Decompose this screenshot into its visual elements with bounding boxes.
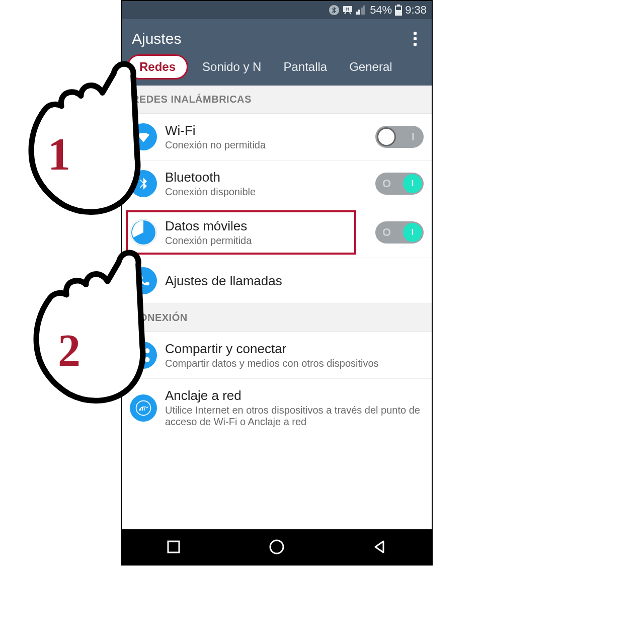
svg-rect-4 xyxy=(358,10,360,15)
clock: 9:38 xyxy=(405,4,427,17)
svg-rect-3 xyxy=(356,12,358,15)
row-calls[interactable]: Ajustes de llamadas xyxy=(122,258,432,304)
data-title: Datos móviles xyxy=(165,218,367,234)
signal-icon xyxy=(356,6,367,15)
svg-text:H: H xyxy=(346,7,350,12)
tab-redes[interactable]: Redes xyxy=(127,54,188,79)
battery-icon xyxy=(395,5,402,16)
phone-frame: H 54% 9:38 Ajustes Redes Sonido y N Pant… xyxy=(121,0,433,566)
row-wifi[interactable]: Wi-Fi Conexión no permitida I xyxy=(122,114,432,160)
svg-rect-6 xyxy=(363,6,365,15)
tether-title: Anclaje a red xyxy=(165,388,424,404)
battery-percent: 54% xyxy=(370,4,392,17)
phone-icon xyxy=(130,267,157,294)
share-icon xyxy=(130,342,157,369)
svg-point-16 xyxy=(270,540,283,553)
wifi-icon xyxy=(130,123,157,150)
tether-icon xyxy=(130,394,157,422)
page-title: Ajustes xyxy=(132,30,181,47)
tab-pantalla[interactable]: Pantalla xyxy=(275,55,335,79)
bluetooth-status-icon xyxy=(329,5,340,16)
bluetooth-toggle[interactable]: OI xyxy=(375,173,424,195)
svg-rect-9 xyxy=(395,10,401,15)
wifi-title: Wi-Fi xyxy=(165,123,367,138)
settings-content: REDES INALÁMBRICAS Wi-Fi Conexión no per… xyxy=(122,86,432,529)
status-bar: H 54% 9:38 xyxy=(122,1,432,19)
row-mobile-data[interactable]: Datos móviles Conexión permitida OI xyxy=(122,207,432,258)
step-number-1: 1 xyxy=(48,128,70,180)
bluetooth-icon xyxy=(130,170,157,197)
wifi-sub: Conexión no permitida xyxy=(165,139,367,151)
app-header: Ajustes xyxy=(122,19,432,52)
share-sub: Compartir datos y medios con otros dispo… xyxy=(165,358,424,369)
share-title: Compartir y conectar xyxy=(165,341,424,357)
svg-rect-5 xyxy=(361,8,363,15)
svg-rect-15 xyxy=(168,541,179,552)
overflow-menu-icon[interactable] xyxy=(409,32,422,46)
tab-sonido[interactable]: Sonido y N xyxy=(194,55,269,79)
row-share[interactable]: Compartir y conectar Compartir datos y m… xyxy=(122,332,432,379)
data-sub: Conexión permitida xyxy=(165,235,367,247)
bluetooth-title: Bluetooth xyxy=(165,170,367,185)
step-number-2: 2 xyxy=(58,325,80,376)
pointer-hand-1: 1 xyxy=(5,58,138,224)
section-wireless: REDES INALÁMBRICAS xyxy=(122,86,432,114)
data-toggle[interactable]: OI xyxy=(375,221,424,244)
android-navbar xyxy=(122,529,432,565)
tab-bar: Redes Sonido y N Pantalla General xyxy=(122,52,432,86)
wifi-toggle[interactable]: I xyxy=(375,126,424,148)
nav-home-button[interactable] xyxy=(267,537,287,557)
section-connection: CONEXIÓN xyxy=(122,304,432,332)
calls-title: Ajustes de llamadas xyxy=(165,273,424,289)
row-tether[interactable]: Anclaje a red Utilice Internet en otros … xyxy=(122,379,432,437)
tether-sub: Utilice Internet en otros dispositivos a… xyxy=(165,405,424,428)
bluetooth-sub: Conexión disponible xyxy=(165,186,367,198)
data-usage-icon xyxy=(130,219,157,246)
network-type-icon: H xyxy=(343,6,353,15)
row-bluetooth[interactable]: Bluetooth Conexión disponible OI xyxy=(122,160,432,207)
nav-back-button[interactable] xyxy=(370,537,390,557)
nav-recent-button[interactable] xyxy=(164,537,184,557)
tab-general[interactable]: General xyxy=(341,55,400,79)
svg-point-14 xyxy=(136,400,151,415)
